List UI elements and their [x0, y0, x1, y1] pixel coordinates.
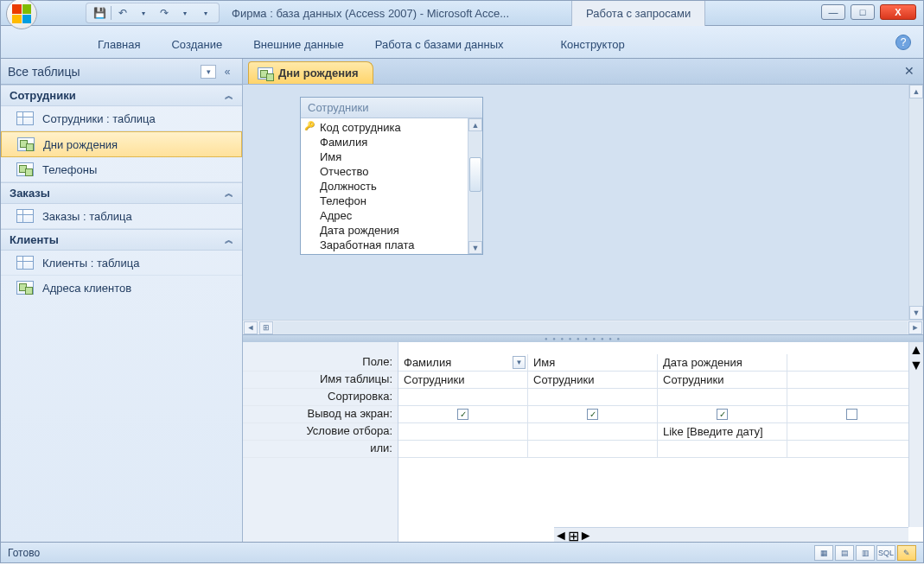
doc-close-icon[interactable]: ✕ — [904, 64, 914, 78]
nav-item-phones-query[interactable]: Телефоны — [1, 157, 242, 182]
qbe-cell[interactable]: Дата рождения — [658, 354, 787, 371]
field-row[interactable]: Телефон — [301, 194, 468, 208]
scroll-left-icon[interactable]: ◄ — [244, 321, 258, 334]
grid-hscroll[interactable]: ◄ ⊞ ► — [554, 527, 908, 542]
qbe-cell[interactable] — [528, 389, 658, 405]
close-button[interactable]: X — [880, 4, 916, 20]
checkbox-show[interactable]: ✓ — [587, 409, 598, 420]
scroll-down-icon[interactable]: ▼ — [468, 241, 482, 254]
qbe-cell[interactable]: ✓ — [528, 406, 658, 422]
nav-collapse-icon[interactable]: « — [220, 64, 235, 79]
query-icon — [258, 67, 273, 79]
ribbon-tab-external[interactable]: Внешние данные — [238, 33, 360, 58]
nav-group-employees[interactable]: Сотрудники ︽ — [1, 85, 242, 106]
doc-tab-birthdays[interactable]: Дни рождения — [248, 61, 373, 84]
field-list-employees[interactable]: Сотрудники Код сотрудника Фамилия Имя От… — [300, 97, 483, 255]
minimize-button[interactable]: — — [821, 4, 845, 20]
save-icon[interactable]: 💾 — [90, 4, 109, 22]
field-row[interactable]: Код сотрудника — [301, 120, 468, 135]
qbe-cell[interactable] — [398, 441, 528, 457]
qbe-cell[interactable]: Like [Введите дату] — [658, 423, 787, 440]
query-design-diagram[interactable]: Сотрудники Код сотрудника Фамилия Имя От… — [243, 85, 923, 335]
view-pivottable-icon[interactable]: ▤ — [835, 545, 854, 561]
field-row[interactable]: Адрес — [301, 208, 468, 223]
diagram-vscroll[interactable]: ▲ ▼ — [908, 85, 923, 320]
qbe-cell[interactable]: Фамилия▼ — [398, 354, 528, 371]
maximize-button[interactable]: □ — [851, 4, 875, 20]
qbe-cell[interactable] — [787, 441, 917, 457]
qbe-cell[interactable] — [787, 389, 917, 405]
nav-item-orders-table[interactable]: Заказы : таблица — [1, 204, 242, 229]
help-icon[interactable]: ? — [895, 35, 911, 50]
view-design-icon[interactable]: ✎ — [897, 545, 916, 561]
dropdown-icon[interactable]: ▼ — [513, 356, 526, 369]
nav-item-birthdays-query[interactable]: Дни рождения — [1, 131, 242, 157]
checkbox-show[interactable]: ✓ — [457, 409, 468, 420]
qbe-cell[interactable] — [787, 423, 917, 440]
ribbon-tab-design[interactable]: Конструктор — [545, 33, 640, 58]
redo-dropdown-icon[interactable]: ▾ — [175, 4, 194, 22]
scroll-thumb[interactable] — [469, 157, 481, 192]
scroll-left-icon[interactable]: ⊞ — [259, 321, 273, 334]
field-row[interactable]: Фамилия — [301, 135, 468, 149]
scroll-right-icon[interactable]: ► — [579, 528, 593, 542]
scroll-track[interactable] — [909, 98, 923, 306]
qbe-cell[interactable] — [528, 423, 658, 440]
field-row[interactable]: Отчество — [301, 164, 468, 179]
scroll-left-icon[interactable]: ◄ — [554, 528, 568, 542]
undo-icon[interactable]: ↶ — [113, 4, 132, 22]
field-row[interactable]: Дата рождения — [301, 223, 468, 238]
nav-item-client-addresses-query[interactable]: Адреса клиентов — [1, 276, 242, 300]
scroll-down-icon[interactable]: ▼ — [909, 306, 923, 320]
checkbox-show[interactable]: ✓ — [717, 409, 728, 420]
fieldlist-scrollbar[interactable]: ▲ ▼ — [468, 118, 482, 254]
field-row[interactable]: Заработная плата — [301, 238, 468, 252]
diagram-hscroll[interactable]: ◄ ⊞ ► — [243, 320, 923, 334]
nav-pane-header[interactable]: Все таблицы ▾ « — [1, 59, 242, 85]
scroll-up-icon[interactable]: ▲ — [468, 118, 482, 131]
scroll-right-icon[interactable]: ► — [908, 321, 922, 334]
nav-item-clients-table[interactable]: Клиенты : таблица — [1, 251, 242, 276]
view-sql-button[interactable]: SQL — [876, 545, 895, 561]
nav-item-employees-table[interactable]: Сотрудники : таблица — [1, 106, 242, 131]
design-splitter[interactable]: ● ● ● ● ● ● ● ● ● ● — [243, 335, 923, 342]
qbe-cell[interactable] — [787, 372, 917, 388]
scroll-track[interactable] — [274, 321, 908, 334]
qbe-cell[interactable] — [658, 441, 787, 457]
field-list-title[interactable]: Сотрудники — [301, 98, 482, 118]
view-datasheet-icon[interactable]: ▦ — [814, 545, 833, 561]
qbe-cell[interactable] — [787, 406, 917, 422]
field-list-items: Код сотрудника Фамилия Имя Отчество Долж… — [301, 118, 468, 254]
scroll-up-icon[interactable]: ▲ — [909, 342, 923, 358]
qbe-cell[interactable] — [658, 389, 787, 405]
grid-vscroll[interactable]: ▲ ▼ — [908, 342, 923, 527]
scroll-down-icon[interactable]: ▼ — [909, 358, 923, 373]
undo-dropdown-icon[interactable]: ▾ — [134, 4, 153, 22]
office-button[interactable] — [6, 0, 37, 29]
qbe-cell[interactable]: ✓ — [658, 406, 787, 422]
scroll-track[interactable] — [468, 131, 482, 241]
ribbon-tab-create[interactable]: Создание — [156, 33, 238, 58]
ribbon-tab-home[interactable]: Главная — [82, 33, 156, 58]
nav-group-orders[interactable]: Заказы ︽ — [1, 182, 242, 204]
scroll-up-icon[interactable]: ▲ — [909, 85, 923, 98]
checkbox-show[interactable] — [846, 409, 857, 420]
qbe-cell[interactable]: Сотрудники — [658, 372, 787, 388]
qbe-cell[interactable] — [398, 423, 528, 440]
scroll-left-icon[interactable]: ⊞ — [568, 528, 579, 542]
view-pivotchart-icon[interactable]: ▥ — [856, 545, 875, 561]
redo-icon[interactable]: ↷ — [155, 4, 174, 22]
qbe-cell[interactable] — [528, 441, 658, 457]
field-row[interactable]: Должность — [301, 179, 468, 194]
field-row[interactable]: Имя — [301, 149, 468, 164]
qbe-cell[interactable] — [398, 389, 528, 405]
qbe-cell[interactable]: ✓ — [398, 406, 528, 422]
ribbon-tab-dbtools[interactable]: Работа с базами данных — [360, 33, 519, 58]
qbe-cell[interactable]: Сотрудники — [398, 372, 528, 388]
qbe-cell[interactable]: Имя — [528, 354, 658, 371]
nav-filter-dropdown-icon[interactable]: ▾ — [201, 65, 216, 79]
qat-customize-icon[interactable]: ▾ — [196, 4, 215, 22]
qbe-cell[interactable]: Сотрудники — [528, 372, 658, 388]
nav-group-clients[interactable]: Клиенты ︽ — [1, 229, 242, 251]
qbe-cell[interactable] — [787, 354, 917, 371]
